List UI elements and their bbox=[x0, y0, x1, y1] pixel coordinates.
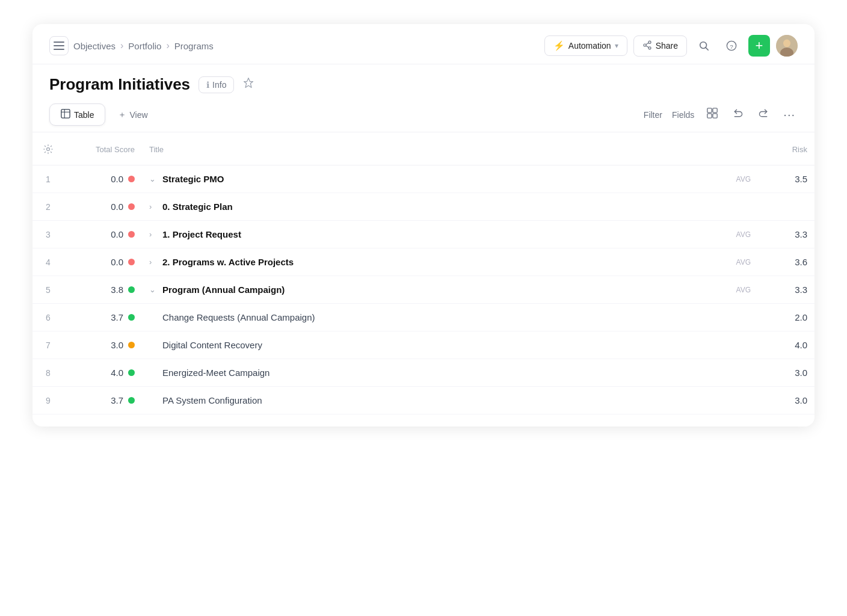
row-num: 2 bbox=[32, 193, 64, 221]
status-dot bbox=[128, 259, 135, 265]
table-tab-label: Table bbox=[74, 110, 94, 120]
row-score: 0.0 bbox=[64, 165, 142, 193]
info-label: Info bbox=[212, 80, 226, 90]
table-row[interactable]: 3 0.0 › 1. Project Request AVG 3.3 bbox=[32, 221, 815, 248]
status-dot bbox=[128, 203, 135, 210]
breadcrumb-objectives[interactable]: Objectives bbox=[73, 41, 116, 51]
svg-line-6 bbox=[645, 43, 648, 45]
add-view-button[interactable]: ＋ View bbox=[108, 104, 158, 126]
table-row[interactable]: 6 3.7 Change Requests (Annual Campaign) … bbox=[32, 304, 815, 331]
page-title: Program Initiatives bbox=[49, 75, 190, 94]
table-row[interactable]: 9 3.7 PA System Configuration 3.0 bbox=[32, 387, 815, 414]
avg-col-header bbox=[718, 132, 754, 165]
lightning-icon: ⚡ bbox=[553, 40, 565, 51]
settings-col-header[interactable] bbox=[32, 132, 64, 165]
svg-rect-2 bbox=[54, 49, 64, 50]
avatar[interactable] bbox=[776, 35, 798, 57]
table-row[interactable]: 2 0.0 › 0. Strategic Plan bbox=[32, 193, 815, 221]
header: Objectives › Portfolio › Programs ⚡ Auto… bbox=[32, 24, 815, 64]
row-score: 3.0 bbox=[64, 331, 142, 359]
collapse-icon[interactable]: ⌄ bbox=[149, 174, 158, 183]
status-dot bbox=[128, 342, 135, 348]
row-title: 1. Project Request bbox=[162, 229, 241, 239]
title-row: Program Initiatives ℹ Info bbox=[32, 64, 815, 97]
table-tab[interactable]: Table bbox=[49, 103, 105, 126]
collapse-icon[interactable]: ⌄ bbox=[149, 285, 158, 294]
row-avg bbox=[718, 331, 754, 359]
menu-icon[interactable] bbox=[49, 36, 69, 55]
undo-button[interactable] bbox=[730, 105, 746, 124]
row-risk: 3.0 bbox=[754, 359, 815, 387]
row-title-cell: Change Requests (Annual Campaign) bbox=[142, 304, 718, 331]
status-dot bbox=[128, 176, 135, 182]
expand-icon[interactable]: › bbox=[149, 230, 158, 239]
info-button[interactable]: ℹ Info bbox=[199, 76, 234, 93]
share-button[interactable]: Share bbox=[633, 35, 687, 57]
breadcrumb: Objectives › Portfolio › Programs bbox=[49, 36, 214, 55]
row-title: 0. Strategic Plan bbox=[162, 202, 233, 212]
row-avg: AVG bbox=[718, 165, 754, 193]
status-dot bbox=[128, 231, 135, 238]
expand-icon[interactable]: › bbox=[149, 202, 158, 211]
row-avg: AVG bbox=[718, 276, 754, 304]
row-title-cell: › 1. Project Request bbox=[142, 221, 718, 248]
status-dot bbox=[128, 369, 135, 376]
svg-rect-15 bbox=[61, 109, 70, 118]
redo-button[interactable] bbox=[756, 105, 771, 124]
add-button[interactable]: + bbox=[748, 35, 770, 57]
breadcrumb-portfolio[interactable]: Portfolio bbox=[128, 41, 161, 51]
row-avg bbox=[718, 387, 754, 414]
layout-icon[interactable] bbox=[704, 105, 721, 125]
svg-text:?: ? bbox=[730, 43, 733, 50]
toolbar: Table ＋ View Filter Fields bbox=[32, 97, 815, 126]
row-avg: AVG bbox=[718, 221, 754, 248]
row-num: 3 bbox=[32, 221, 64, 248]
table-row[interactable]: 4 0.0 › 2. Programs w. Active Projects A… bbox=[32, 248, 815, 276]
row-risk: 3.3 bbox=[754, 221, 815, 248]
filter-button[interactable]: Filter bbox=[644, 110, 662, 120]
row-avg bbox=[718, 359, 754, 387]
row-risk: 3.3 bbox=[754, 276, 815, 304]
automation-button[interactable]: ⚡ Automation ▾ bbox=[544, 35, 627, 56]
row-risk: 2.0 bbox=[754, 304, 815, 331]
row-score: 0.0 bbox=[64, 248, 142, 276]
svg-rect-21 bbox=[713, 114, 717, 118]
row-avg: AVG bbox=[718, 248, 754, 276]
pin-icon[interactable] bbox=[242, 77, 254, 92]
row-title-cell: PA System Configuration bbox=[142, 387, 718, 414]
share-label: Share bbox=[656, 41, 678, 51]
more-options-button[interactable]: ··· bbox=[781, 105, 798, 124]
row-title-cell: ⌄ Strategic PMO bbox=[142, 165, 718, 193]
row-score: 3.7 bbox=[64, 304, 142, 331]
fields-button[interactable]: Fields bbox=[672, 110, 694, 120]
table-row[interactable]: 8 4.0 Energized-Meet Campaign 3.0 bbox=[32, 359, 815, 387]
table-header-row: Total Score Title Risk bbox=[32, 132, 815, 165]
expand-icon[interactable]: › bbox=[149, 257, 158, 266]
settings-icon[interactable] bbox=[40, 141, 57, 158]
row-title: Change Requests (Annual Campaign) bbox=[162, 312, 315, 322]
row-num: 7 bbox=[32, 331, 64, 359]
svg-point-3 bbox=[644, 44, 646, 46]
row-title: Strategic PMO bbox=[162, 174, 224, 184]
row-score: 0.0 bbox=[64, 221, 142, 248]
breadcrumb-programs[interactable]: Programs bbox=[174, 41, 214, 51]
header-actions: ⚡ Automation ▾ Share bbox=[544, 35, 798, 57]
table-row[interactable]: 1 0.0 ⌄ Strategic PMO AVG 3.5 bbox=[32, 165, 815, 193]
search-button[interactable] bbox=[693, 35, 715, 57]
total-score-col-header: Total Score bbox=[64, 132, 142, 165]
table-row[interactable]: 7 3.0 Digital Content Recovery 4.0 bbox=[32, 331, 815, 359]
svg-rect-1 bbox=[54, 45, 64, 46]
row-title-cell: › 2. Programs w. Active Projects bbox=[142, 248, 718, 276]
row-avg bbox=[718, 193, 754, 221]
main-table: Total Score Title Risk 1 0.0 bbox=[32, 132, 815, 414]
table-body: 1 0.0 ⌄ Strategic PMO AVG 3.5 2 0.0 bbox=[32, 165, 815, 414]
row-score: 4.0 bbox=[64, 359, 142, 387]
svg-rect-19 bbox=[713, 108, 717, 112]
table-row[interactable]: 5 3.8 ⌄ Program (Annual Campaign) AVG 3.… bbox=[32, 276, 815, 304]
add-icon: + bbox=[756, 38, 763, 54]
help-button[interactable]: ? bbox=[721, 35, 742, 57]
info-icon: ℹ bbox=[206, 80, 209, 90]
row-risk: 4.0 bbox=[754, 331, 815, 359]
svg-point-13 bbox=[783, 40, 790, 48]
row-risk bbox=[754, 193, 815, 221]
